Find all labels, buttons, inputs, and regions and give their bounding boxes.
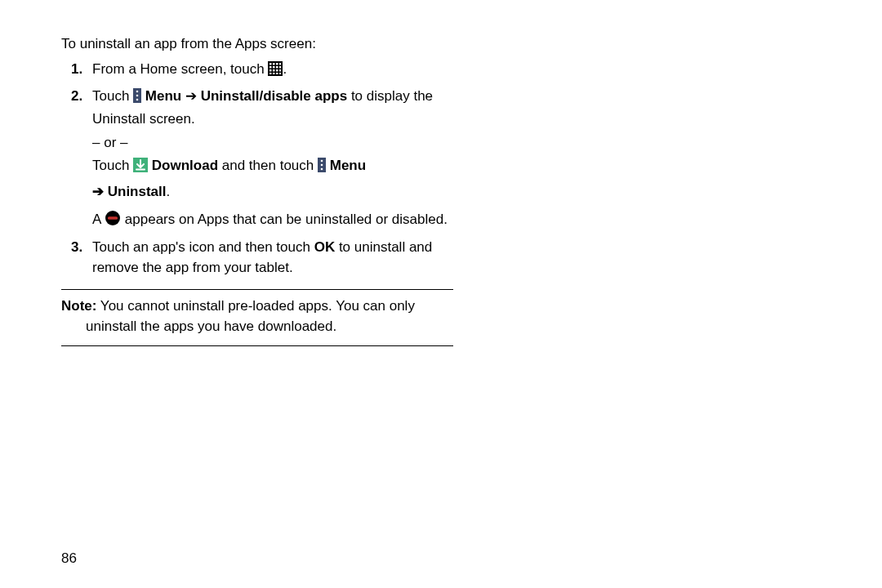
step-2-l3-uninstall: Uninstall — [108, 184, 167, 199]
svg-rect-1 — [270, 63, 272, 65]
svg-rect-14 — [273, 73, 275, 74]
remove-badge-icon — [105, 210, 121, 233]
steps-list: 1. From a Home screen, touch . 2. Touch … — [61, 60, 453, 282]
download-icon — [133, 158, 148, 179]
step-2-l1-uninstall: Uninstall/disable apps — [201, 88, 348, 104]
step-2-l2-a: Touch — [92, 158, 133, 173]
step-2-l1-arrow: ➔ — [181, 88, 200, 104]
note-line2: uninstall the apps you have downloaded. — [61, 317, 453, 337]
svg-point-19 — [136, 95, 139, 97]
svg-rect-3 — [276, 63, 278, 65]
step-3-l1-a: Touch an app's icon and then touch — [92, 239, 314, 255]
step-1-text-a: From a Home screen, touch — [92, 61, 268, 77]
svg-rect-8 — [279, 66, 281, 69]
divider-bottom — [61, 345, 453, 346]
svg-rect-11 — [276, 69, 278, 72]
intro-text: To uninstall an app from the Apps screen… — [61, 34, 453, 55]
note-label: Note: — [61, 298, 96, 314]
content-column: To uninstall an app from the Apps screen… — [61, 34, 453, 281]
step-2-l1-menu: Menu — [145, 88, 181, 104]
menu-overflow-icon — [133, 88, 141, 109]
step-1-text-b: . — [283, 61, 287, 77]
divider-top — [61, 289, 453, 290]
step-2-or: – or – — [92, 133, 453, 154]
svg-point-26 — [321, 168, 323, 171]
svg-rect-6 — [273, 66, 275, 69]
step-2-l3-arrow: ➔ — [92, 184, 108, 199]
note-block: Note: You cannot uninstall pre-loaded ap… — [61, 296, 453, 336]
svg-rect-13 — [270, 73, 272, 74]
step-3: 3. Touch an app's icon and then touch OK… — [71, 238, 453, 281]
manual-page: To uninstall an app from the Apps screen… — [0, 0, 882, 588]
svg-point-25 — [321, 164, 323, 167]
step-2-l2-dl: Download — [152, 158, 218, 173]
step-3-body: Touch an app's icon and then touch OK to… — [92, 238, 453, 281]
svg-rect-16 — [279, 73, 281, 74]
step-1-body: From a Home screen, touch . — [92, 60, 453, 86]
note-line1: You cannot uninstall pre-loaded apps. Yo… — [96, 298, 414, 314]
svg-rect-28 — [108, 217, 118, 220]
step-3-ok: OK — [314, 239, 336, 255]
step-2-l4-a: A — [92, 212, 105, 227]
step-1-number: 1. — [71, 60, 92, 80]
step-2-body: Touch Menu ➔ Uninstall/disable apps to d… — [92, 87, 453, 236]
page-number: 86 — [61, 550, 77, 567]
step-2-l4-b: appears on Apps that can be uninstalled … — [121, 212, 448, 227]
svg-rect-10 — [273, 69, 275, 72]
svg-point-24 — [321, 160, 323, 163]
svg-rect-2 — [273, 63, 275, 65]
step-1: 1. From a Home screen, touch . — [71, 60, 453, 86]
step-2-l2-b: and then touch — [218, 158, 318, 173]
svg-point-20 — [136, 99, 139, 101]
svg-rect-9 — [270, 69, 272, 72]
step-3-number: 3. — [71, 238, 92, 258]
svg-rect-7 — [276, 66, 278, 69]
svg-rect-5 — [270, 66, 272, 69]
svg-point-18 — [136, 91, 139, 93]
step-2: 2. Touch Menu ➔ Uninstall/disable apps t… — [71, 87, 453, 236]
apps-grid-icon — [268, 61, 283, 82]
svg-rect-4 — [279, 63, 281, 65]
svg-rect-12 — [279, 69, 281, 72]
step-2-l3-b: . — [167, 184, 171, 199]
step-2-l2-menu: Menu — [330, 158, 366, 173]
step-2-l1-a: Touch — [92, 88, 133, 104]
step-2-number: 2. — [71, 87, 92, 107]
svg-rect-15 — [276, 73, 278, 74]
menu-overflow-icon — [318, 158, 326, 179]
